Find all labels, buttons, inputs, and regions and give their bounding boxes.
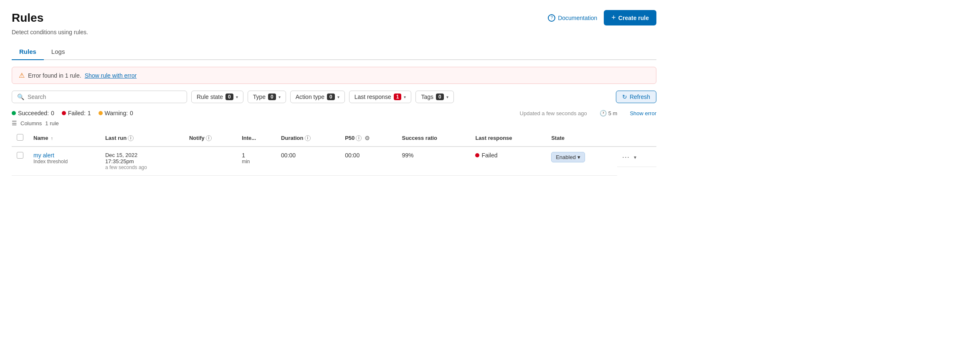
th-interval: Inte... <box>237 130 276 147</box>
warning-icon: ⚠ <box>19 71 25 79</box>
refresh-label: Refresh <box>630 94 650 100</box>
row-actions-cell: ··· ▾ <box>617 147 656 167</box>
p50-info-icon[interactable]: i <box>356 135 362 141</box>
rule-state-filter[interactable]: Rule state 0 ▾ <box>191 91 243 103</box>
row-last-run-cell: Dec 15, 2022 17:35:25pm a few seconds ag… <box>100 147 184 176</box>
interval-unit: min <box>242 159 271 164</box>
type-chevron-icon: ▾ <box>279 95 281 99</box>
more-actions-button[interactable]: ··· <box>622 153 630 162</box>
rule-count: 1 rule <box>45 120 59 126</box>
action-type-label: Action type <box>296 94 324 100</box>
create-rule-button[interactable]: + Create rule <box>604 10 656 25</box>
tags-label: Tags <box>421 94 433 100</box>
create-rule-label: Create rule <box>618 15 649 21</box>
select-all-checkbox[interactable] <box>17 134 23 141</box>
last-response-chevron-icon: ▾ <box>404 95 406 99</box>
warning-label: Warning: <box>105 110 128 116</box>
rules-table: Name ↑ Last run i Notify i <box>12 130 656 176</box>
last-response-label: Last response <box>355 94 391 100</box>
th-state-label: State <box>551 135 565 141</box>
last-run-time: 17:35:25pm <box>105 158 179 164</box>
succeeded-value: 0 <box>51 110 54 116</box>
row-notify-cell <box>184 147 237 176</box>
last-run-ago: a few seconds ago <box>105 164 179 170</box>
th-notify-label: Notify <box>189 135 205 141</box>
updated-text: Updated a few seconds ago <box>520 110 587 116</box>
failed-label: Failed: <box>68 110 86 116</box>
th-p50: P50 i ⚙ <box>340 130 397 147</box>
refresh-button[interactable]: ↻ Refresh <box>616 91 656 103</box>
succeeded-label: Succeeded: <box>18 110 49 116</box>
th-duration: Duration i <box>276 130 340 147</box>
row-p50-cell: 00:00 <box>340 147 397 176</box>
rule-type: Index threshold <box>33 159 95 164</box>
action-type-filter[interactable]: Action type 0 ▾ <box>290 91 345 103</box>
row-checkbox[interactable] <box>17 152 23 159</box>
state-enabled-button[interactable]: Enabled ▾ <box>551 152 585 162</box>
tabs-container: Rules Logs <box>12 44 656 60</box>
page-subtitle: Detect conditions using rules. <box>12 29 656 35</box>
last-run-info-icon[interactable]: i <box>128 135 134 141</box>
last-response-badge: 1 <box>394 94 402 100</box>
th-last-response-label: Last response <box>475 135 512 141</box>
rule-state-badge: 0 <box>225 94 233 100</box>
tags-filter[interactable]: Tags 0 ▾ <box>415 91 453 103</box>
state-chevron-icon: ▾ <box>577 154 580 160</box>
last-response-filter[interactable]: Last response 1 ▾ <box>349 91 412 103</box>
plus-icon: + <box>611 13 616 22</box>
row-last-response-cell: Failed <box>470 147 546 176</box>
columns-label[interactable]: Columns <box>20 120 42 126</box>
tab-logs[interactable]: Logs <box>44 44 73 60</box>
tags-badge: 0 <box>436 94 444 100</box>
time-value: 5 m <box>608 110 618 116</box>
rule-state-chevron-icon: ▾ <box>236 95 238 99</box>
state-label: Enabled <box>556 154 576 160</box>
notify-info-icon[interactable]: i <box>206 135 212 141</box>
stats-row: Succeeded: 0 Failed: 1 Warning: 0 Update… <box>12 110 656 116</box>
search-icon: 🔍 <box>17 94 24 100</box>
th-last-response: Last response <box>470 130 546 147</box>
duration-info-icon[interactable]: i <box>305 135 311 141</box>
row-duration-cell: 00:00 <box>276 147 340 176</box>
success-ratio-value: 99% <box>402 152 414 159</box>
expand-row-button[interactable]: ▾ <box>634 154 636 160</box>
type-badge: 0 <box>268 94 276 100</box>
search-input[interactable] <box>28 94 182 100</box>
th-name-label: Name <box>33 135 48 141</box>
row-state-cell: Enabled ▾ <box>546 147 617 176</box>
th-notify: Notify i <box>184 130 237 147</box>
rule-name-link[interactable]: my alert <box>33 152 54 159</box>
tab-rules[interactable]: Rules <box>12 44 44 60</box>
th-success-ratio: Success ratio <box>397 130 471 147</box>
documentation-label: Documentation <box>558 15 597 21</box>
refresh-icon: ↻ <box>622 94 627 100</box>
failed-stat: Failed: 1 <box>62 110 91 116</box>
columns-icon: ☰ <box>12 120 17 126</box>
row-success-ratio-cell: 99% <box>397 147 471 176</box>
succeeded-stat: Succeeded: 0 <box>12 110 54 116</box>
action-type-chevron-icon: ▾ <box>337 95 339 99</box>
type-filter[interactable]: Type 0 ▾ <box>248 91 286 103</box>
sort-icon[interactable]: ↑ <box>51 136 53 141</box>
warning-stat: Warning: 0 <box>99 110 133 116</box>
documentation-link[interactable]: ? Documentation <box>548 14 597 22</box>
failed-dot <box>62 111 66 115</box>
th-duration-label: Duration <box>281 135 303 141</box>
show-rule-with-error-link[interactable]: Show rule with error <box>85 72 137 79</box>
type-label: Type <box>253 94 266 100</box>
last-response-value: Failed <box>481 152 497 159</box>
row-checkbox-cell <box>12 147 28 176</box>
documentation-icon: ? <box>548 14 555 22</box>
search-box[interactable]: 🔍 <box>12 91 187 103</box>
action-type-badge: 0 <box>327 94 335 100</box>
p50-gear-icon[interactable]: ⚙ <box>365 135 370 142</box>
clock-icon: 🕐 <box>600 110 607 116</box>
th-checkbox <box>12 130 28 147</box>
show-error-link[interactable]: Show error <box>630 110 656 116</box>
page-title: Rules <box>12 11 43 25</box>
last-run-date: Dec 15, 2022 <box>105 152 179 158</box>
time-badge: 🕐 5 m <box>600 110 618 116</box>
table-row: my alert Index threshold Dec 15, 2022 17… <box>12 147 656 176</box>
row-name-cell: my alert Index threshold <box>28 147 100 176</box>
rule-state-label: Rule state <box>197 94 223 100</box>
